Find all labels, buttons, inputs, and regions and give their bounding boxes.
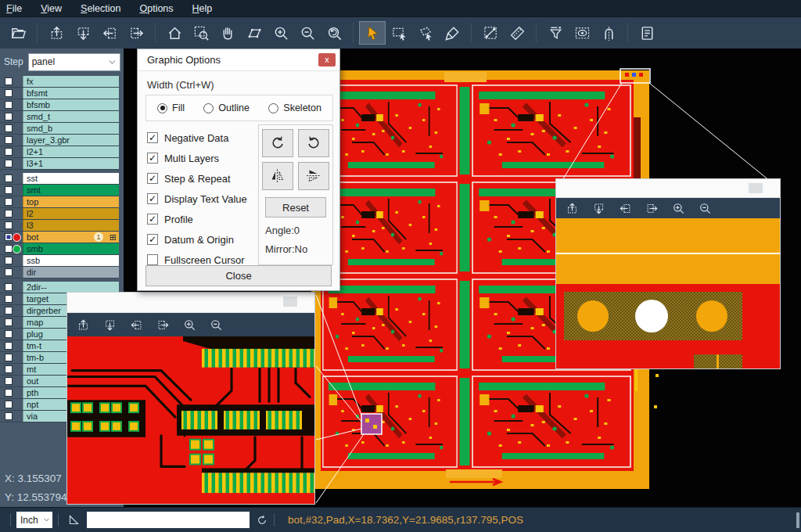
layer-checkbox[interactable] bbox=[5, 245, 13, 253]
checkbox-icon[interactable] bbox=[147, 234, 158, 245]
layer-name[interactable]: top bbox=[23, 196, 119, 207]
layer-name[interactable]: l2+1 bbox=[23, 146, 119, 157]
popup-pcb-zoom-view[interactable] bbox=[67, 336, 314, 504]
layer-checkbox[interactable] bbox=[5, 210, 13, 217]
open-button[interactable] bbox=[5, 21, 31, 45]
pan-up-button[interactable] bbox=[43, 21, 70, 45]
layer-row-l2+1[interactable]: l2+1 bbox=[0, 146, 119, 158]
layer-name[interactable]: layer_3.gbr bbox=[23, 135, 119, 146]
layer-row-bfsmb[interactable]: bfsmb bbox=[0, 99, 119, 111]
layer-row-bot[interactable]: bot1⊞ bbox=[0, 232, 119, 243]
menu-selection[interactable]: Selection bbox=[81, 3, 120, 14]
layer-name[interactable]: sst bbox=[23, 173, 119, 184]
layer-row-smb[interactable]: smb bbox=[0, 243, 119, 255]
pan-up-icon[interactable] bbox=[566, 202, 579, 215]
view-options-button[interactable] bbox=[569, 21, 595, 45]
layer-checkbox[interactable] bbox=[5, 136, 13, 144]
layer-checkbox[interactable] bbox=[5, 412, 13, 420]
layer-checkbox[interactable] bbox=[5, 295, 13, 303]
checkbox-icon[interactable] bbox=[147, 153, 158, 164]
check-display-text-value[interactable]: Display Text Value bbox=[147, 189, 263, 209]
command-input[interactable] bbox=[87, 512, 250, 528]
layer-name[interactable]: smd_t bbox=[23, 111, 119, 122]
layer-name[interactable]: smd_b bbox=[23, 123, 119, 134]
zoom-out-button[interactable] bbox=[294, 21, 321, 45]
pan-left-icon[interactable] bbox=[130, 318, 143, 332]
checkbox-icon[interactable] bbox=[147, 132, 158, 143]
corner-tool-icon[interactable] bbox=[67, 513, 81, 527]
layer-row-l3+1[interactable]: l3+1 bbox=[0, 158, 119, 170]
pan-left-icon[interactable] bbox=[619, 202, 632, 215]
refresh-icon[interactable] bbox=[256, 514, 268, 527]
zoom-popup-top-right[interactable] bbox=[555, 178, 781, 369]
rotate-ccw-button[interactable] bbox=[298, 129, 329, 157]
pan-up-icon[interactable] bbox=[77, 318, 90, 332]
popup-pcb-zoom-view[interactable] bbox=[556, 218, 780, 368]
layer-row-ssb[interactable]: ssb bbox=[0, 255, 119, 267]
layer-checkbox[interactable] bbox=[5, 365, 13, 373]
radio-outline[interactable]: Outline bbox=[203, 102, 250, 113]
reset-button[interactable]: Reset bbox=[265, 197, 326, 217]
layer-checkbox[interactable] bbox=[5, 221, 13, 229]
layer-checkbox[interactable] bbox=[5, 124, 13, 132]
radio-circle-icon[interactable] bbox=[203, 103, 214, 113]
layer-name[interactable]: bfsmb bbox=[23, 99, 119, 110]
layer-name[interactable]: ssb bbox=[23, 255, 119, 266]
clean-brush-button[interactable] bbox=[439, 21, 465, 45]
layer-checkbox[interactable] bbox=[5, 148, 13, 156]
zoom-popup-bottom-left[interactable] bbox=[66, 292, 315, 505]
layer-row-smt[interactable]: smt bbox=[0, 185, 119, 196]
layer-checkbox[interactable] bbox=[5, 268, 13, 276]
layer-row-dir[interactable]: dir bbox=[0, 267, 119, 279]
menu-view[interactable]: View bbox=[41, 3, 62, 14]
pan-right-icon[interactable] bbox=[156, 318, 170, 332]
checkbox-icon[interactable] bbox=[147, 173, 158, 184]
layer-checkbox[interactable] bbox=[5, 113, 13, 120]
layer-row-smd_b[interactable]: smd_b bbox=[0, 123, 119, 135]
pan-down-icon[interactable] bbox=[592, 202, 605, 215]
home-view-button[interactable] bbox=[161, 21, 188, 45]
menu-help[interactable]: Help bbox=[192, 3, 213, 14]
layer-checkbox[interactable] bbox=[5, 342, 13, 350]
layer-name[interactable]: l3+1 bbox=[23, 158, 119, 169]
layer-checkbox[interactable] bbox=[5, 283, 13, 291]
select-rect-button[interactable] bbox=[386, 21, 412, 45]
layer-checkbox[interactable] bbox=[5, 198, 13, 206]
rotate-cw-button[interactable] bbox=[262, 129, 293, 157]
popup-title-bar[interactable] bbox=[67, 293, 314, 313]
layer-name[interactable]: smb bbox=[23, 243, 119, 254]
polygon-zoom-button[interactable] bbox=[241, 21, 268, 45]
ruler-button[interactable] bbox=[504, 21, 530, 45]
layer-name[interactable]: 2dir-- bbox=[23, 282, 119, 293]
flip-horizontal-button[interactable] bbox=[262, 162, 293, 190]
layer-row-fx[interactable]: fx bbox=[0, 76, 119, 88]
resize-grip[interactable] bbox=[796, 512, 799, 528]
layer-checkbox[interactable] bbox=[5, 160, 13, 167]
check-negative-data[interactable]: Negative Data bbox=[147, 128, 263, 148]
layer-name[interactable]: bfsmt bbox=[23, 88, 119, 99]
zoom-out-icon[interactable] bbox=[210, 318, 223, 332]
pan-down-icon[interactable] bbox=[103, 318, 117, 332]
popup-title-bar[interactable] bbox=[556, 179, 780, 198]
layer-checkbox[interactable] bbox=[5, 389, 13, 397]
layer-checkbox[interactable] bbox=[5, 318, 13, 326]
check-profile[interactable]: Profile bbox=[147, 209, 263, 229]
popup-window-button[interactable] bbox=[749, 183, 763, 193]
unit-select[interactable]: Inch bbox=[16, 512, 52, 528]
layer-row-smd_t[interactable]: smd_t bbox=[0, 111, 119, 123]
zoom-previous-button[interactable] bbox=[321, 21, 347, 45]
grid-icon[interactable]: ⊞ bbox=[110, 232, 117, 243]
menu-file[interactable]: File bbox=[6, 3, 22, 14]
layer-checkbox[interactable] bbox=[5, 377, 13, 385]
layer-checkbox[interactable] bbox=[5, 174, 13, 182]
radio-skeleton[interactable]: Skeleton bbox=[268, 102, 321, 113]
zoom-out-icon[interactable] bbox=[699, 202, 712, 215]
step-select[interactable]: panel bbox=[28, 53, 120, 71]
loop-trace-button[interactable] bbox=[595, 21, 622, 45]
layer-row-layer_3.gbr[interactable]: layer_3.gbr bbox=[0, 135, 119, 146]
zoom-in-icon[interactable] bbox=[672, 202, 685, 215]
pan-right-button[interactable] bbox=[123, 21, 149, 45]
layer-row-l3[interactable]: l3 bbox=[0, 220, 119, 232]
layer-name[interactable]: l2 bbox=[23, 208, 119, 219]
layer-checkbox[interactable] bbox=[5, 186, 13, 194]
